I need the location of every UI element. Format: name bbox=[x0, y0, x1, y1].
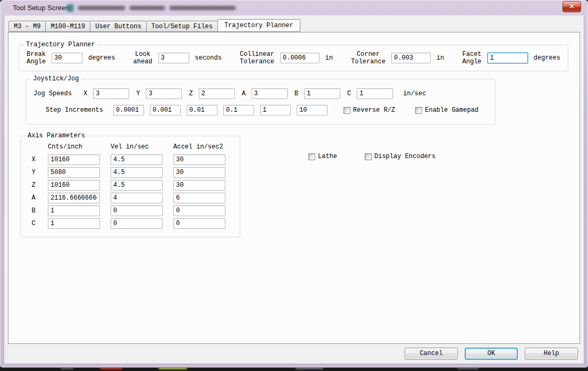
enable-gamepad-checkbox[interactable]: Enable Gamepad bbox=[415, 106, 478, 114]
collinear-tolerance-field: Collinear Tolerance in bbox=[240, 51, 333, 65]
checkbox-box[interactable] bbox=[415, 107, 422, 114]
group-legend: Trajectory Planner bbox=[24, 41, 97, 48]
z-vel-input[interactable] bbox=[111, 180, 163, 191]
axis-row-b-label: B bbox=[30, 207, 37, 215]
collinear-tolerance-unit: in bbox=[325, 54, 333, 62]
cnts-inch-header: Cnts/inch bbox=[48, 143, 100, 151]
corner-tolerance-label: Corner Tolerance bbox=[351, 51, 385, 65]
corner-tolerance-field: Corner Tolerance in bbox=[351, 51, 444, 65]
titlebar[interactable]: Tool Setup Screen ✕ bbox=[0, 0, 588, 15]
lathe-label: Lathe bbox=[318, 153, 337, 160]
jog-speed-x-input[interactable] bbox=[93, 88, 129, 99]
b-vel-input[interactable] bbox=[111, 205, 163, 216]
lathe-checkbox[interactable]: Lathe bbox=[308, 153, 337, 160]
app-icon bbox=[67, 4, 73, 12]
tab-strip: M3 - M9 M100-M119 User Buttons Tool/Setu… bbox=[9, 20, 300, 32]
a-accel-input[interactable] bbox=[173, 193, 225, 203]
checkbox-box[interactable] bbox=[308, 153, 315, 160]
ok-button[interactable]: OK bbox=[465, 348, 518, 360]
vel-header: Vel in/sec bbox=[111, 143, 163, 151]
facet-angle-field: Facet Angle degrees bbox=[463, 51, 560, 65]
axis-b-label: B bbox=[295, 90, 298, 97]
jog-speed-b-input[interactable] bbox=[304, 88, 340, 99]
z-cnts-input[interactable] bbox=[48, 180, 100, 191]
step-increments-label: Step Increments bbox=[46, 106, 103, 114]
facet-angle-label: Facet Angle bbox=[463, 51, 482, 65]
y-cnts-input[interactable] bbox=[48, 167, 100, 178]
close-icon: ✕ bbox=[569, 3, 574, 10]
axis-z-label: Z bbox=[189, 90, 192, 97]
trajectory-planner-page: Trajectory Planner Break Angle degrees L… bbox=[8, 32, 580, 344]
look-ahead-label: Look ahead bbox=[133, 51, 153, 65]
break-angle-field: Break Angle degrees bbox=[27, 51, 115, 65]
tab-user-buttons[interactable]: User Buttons bbox=[90, 21, 146, 32]
step-increment-6-input[interactable] bbox=[297, 105, 327, 116]
jog-speed-c: C bbox=[347, 88, 393, 99]
dialog-button-row: Cancel OK Help bbox=[405, 348, 578, 360]
axis-row-y-label: Y bbox=[30, 169, 37, 176]
x-cnts-input[interactable] bbox=[48, 154, 100, 165]
y-accel-input[interactable] bbox=[173, 167, 225, 178]
axis-row-x-label: X bbox=[30, 156, 37, 163]
window-title: Tool Setup Screen bbox=[13, 4, 69, 12]
break-angle-input[interactable] bbox=[52, 53, 82, 63]
look-ahead-field: Look ahead seconds bbox=[133, 51, 222, 65]
facet-angle-unit: degrees bbox=[534, 54, 560, 62]
b-accel-input[interactable] bbox=[173, 205, 225, 216]
reverse-rz-checkbox[interactable]: Reverse R/Z bbox=[343, 106, 395, 114]
x-accel-input[interactable] bbox=[173, 154, 225, 165]
checkbox-box[interactable] bbox=[365, 153, 372, 160]
a-vel-input[interactable] bbox=[111, 193, 163, 203]
close-button[interactable]: ✕ bbox=[562, 1, 581, 12]
tab-trajectory-planner[interactable]: Trajectory Planner bbox=[217, 19, 300, 32]
collinear-tolerance-input[interactable] bbox=[280, 53, 320, 63]
break-angle-unit: degrees bbox=[88, 54, 115, 62]
jog-speeds-unit: in/sec bbox=[403, 90, 426, 97]
axis-c-label: C bbox=[347, 90, 351, 97]
jog-speed-y: Y bbox=[136, 88, 182, 99]
step-increment-2-input[interactable] bbox=[150, 105, 181, 116]
tab-m3-m9[interactable]: M3 - M9 bbox=[9, 21, 46, 32]
corner-tolerance-input[interactable] bbox=[391, 53, 431, 63]
c-accel-input[interactable] bbox=[173, 218, 225, 229]
b-cnts-input[interactable] bbox=[48, 205, 100, 216]
tool-setup-window: Tool Setup Screen ✕ M3 - M9 M100-M119 Us… bbox=[0, 0, 588, 367]
jog-speed-z-input[interactable] bbox=[199, 88, 235, 99]
obscured-parent-window-title bbox=[67, 3, 236, 12]
jog-speed-a-input[interactable] bbox=[251, 88, 288, 99]
a-cnts-input[interactable] bbox=[48, 193, 100, 203]
y-vel-input[interactable] bbox=[111, 167, 163, 178]
group-legend: Joystick/Jog bbox=[31, 75, 81, 83]
group-legend: Axis Parameters bbox=[26, 132, 87, 139]
x-vel-input[interactable] bbox=[111, 154, 163, 165]
tab-tool-setup-files[interactable]: Tool/Setup Files bbox=[146, 21, 218, 32]
axis-parameters-group: Axis Parameters Cnts/inch Vel in/sec Acc… bbox=[20, 136, 240, 237]
corner-tolerance-unit: in bbox=[436, 54, 444, 62]
enable-gamepad-label: Enable Gamepad bbox=[425, 106, 478, 114]
obscured-text bbox=[130, 6, 165, 10]
checkbox-box[interactable] bbox=[343, 107, 350, 114]
z-accel-input[interactable] bbox=[173, 180, 225, 191]
facet-angle-input[interactable] bbox=[488, 53, 528, 63]
step-increments-row: Step Increments Reverse R/Z bbox=[46, 105, 495, 116]
dialog-body: M3 - M9 M100-M119 User Buttons Tool/Setu… bbox=[4, 15, 584, 364]
jog-speed-y-input[interactable] bbox=[146, 88, 182, 99]
step-increment-4-input[interactable] bbox=[223, 105, 254, 116]
display-encoders-checkbox[interactable]: Display Encoders bbox=[365, 153, 435, 160]
help-button[interactable]: Help bbox=[525, 348, 578, 360]
step-increment-1-input[interactable] bbox=[113, 105, 144, 116]
axis-row-c-label: C bbox=[30, 220, 37, 227]
step-increment-3-input[interactable] bbox=[187, 105, 217, 116]
jog-speed-z: Z bbox=[189, 88, 234, 99]
step-increment-5-input[interactable] bbox=[260, 105, 291, 116]
look-ahead-input[interactable] bbox=[158, 53, 189, 63]
jog-speed-c-input[interactable] bbox=[357, 88, 393, 99]
cancel-button[interactable]: Cancel bbox=[405, 348, 458, 360]
tab-m100-m119[interactable]: M100-M119 bbox=[45, 21, 90, 32]
reverse-rz-label: Reverse R/Z bbox=[353, 106, 395, 114]
accel-header: Accel in/sec2 bbox=[173, 143, 225, 151]
c-vel-input[interactable] bbox=[111, 218, 163, 229]
axis-row-z-label: Z bbox=[30, 182, 37, 189]
trajectory-fields-row: Break Angle degrees Look ahead seconds C… bbox=[19, 45, 568, 71]
c-cnts-input[interactable] bbox=[48, 218, 100, 229]
